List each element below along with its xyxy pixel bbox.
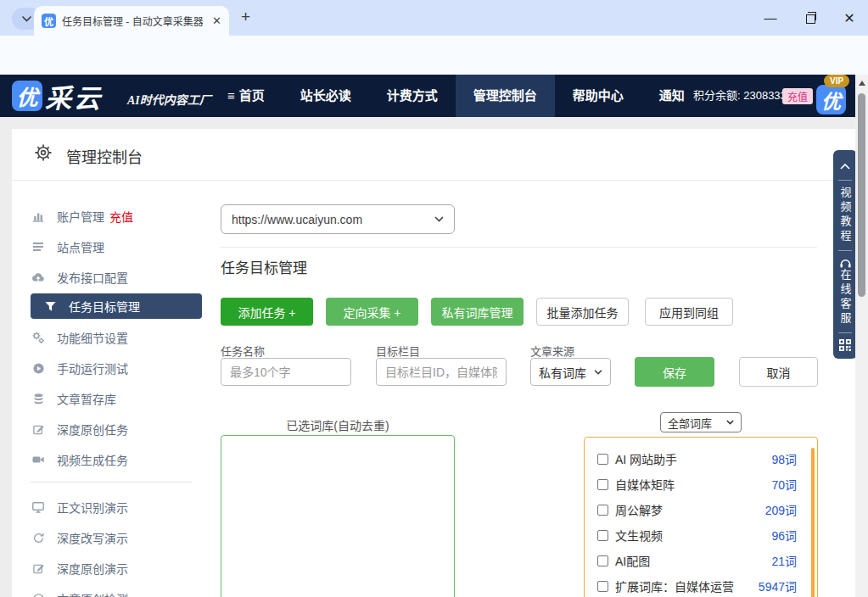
sidebar-item-original-demo[interactable]: 深度原创演示 xyxy=(31,555,192,581)
lexicon-filter-select[interactable]: 全部词库 xyxy=(660,412,742,432)
site-tagline: AI时代内容工厂 xyxy=(127,91,211,108)
chevron-down-icon xyxy=(594,370,602,375)
site-favicon: 优 xyxy=(42,14,56,28)
library-checkbox[interactable] xyxy=(597,530,608,541)
sidebar-item-article-cache[interactable]: 文章暂存库 xyxy=(31,386,192,411)
recharge-badge[interactable]: 充值 xyxy=(782,88,813,104)
sidebar-item-publish-api[interactable]: 发布接口配置 xyxy=(31,265,192,290)
new-tab-button[interactable]: + xyxy=(241,8,250,26)
library-row[interactable]: AI配图 21词 xyxy=(585,548,817,573)
sidebar-item-manual-test[interactable]: 手动运行测试 xyxy=(31,355,192,381)
library-row[interactable]: 自媒体矩阵 70词 xyxy=(585,471,817,497)
sidebar-recharge-link[interactable]: 充值 xyxy=(109,208,133,225)
selected-lexicon-box[interactable] xyxy=(221,435,455,597)
chevron-down-icon xyxy=(434,216,444,222)
sidebar-divider xyxy=(31,482,192,483)
add-task-button[interactable]: 添加任务 + xyxy=(221,298,313,326)
list-icon xyxy=(31,240,46,254)
library-row[interactable]: 周公解梦 209词 xyxy=(585,497,817,522)
sidebar-item-account[interactable]: 账户管理 充值 xyxy=(31,204,192,229)
video-tutorial-button[interactable]: 视频教程 xyxy=(840,187,851,244)
target-column-input[interactable] xyxy=(376,358,507,386)
site-logo-text[interactable]: 采云 xyxy=(45,77,103,115)
private-lexicon-button[interactable]: 私有词库管理 xyxy=(431,298,524,326)
database-icon xyxy=(31,393,46,405)
gears-icon xyxy=(31,331,46,344)
chevron-down-icon xyxy=(726,420,734,425)
targeted-collect-button[interactable]: 定向采集 + xyxy=(326,298,418,326)
page-scrollbar[interactable] xyxy=(855,75,868,597)
sidebar-item-body-recognition-demo[interactable]: 正文识别演示 xyxy=(31,494,192,520)
window-minimize-button[interactable]: — xyxy=(758,10,783,25)
headset-icon xyxy=(839,257,852,269)
nav-menu: ≡首页 站长必读 计费方式 管理控制台 帮助中心 通知 xyxy=(210,75,703,117)
play-icon xyxy=(31,362,46,375)
batch-add-button[interactable]: 批量添加任务 xyxy=(536,298,629,326)
site-select[interactable]: https://www.ucaiyun.com xyxy=(221,204,455,234)
sidebar-item-originality-check[interactable]: 文章原创检测 xyxy=(31,586,192,597)
sidebar-item-task-targets[interactable]: 任务目标管理 xyxy=(31,293,202,319)
user-avatar[interactable]: 优 xyxy=(816,85,846,114)
sidebar-item-sites[interactable]: 站点管理 xyxy=(31,234,192,259)
scroll-top-button[interactable] xyxy=(840,156,850,174)
window-close-button[interactable]: ✕ xyxy=(837,10,862,26)
widget-divider xyxy=(838,180,852,181)
sidebar-item-deep-original-task[interactable]: 深度原创任务 xyxy=(31,416,192,442)
nav-item-console[interactable]: 管理控制台 xyxy=(456,75,555,117)
gear-icon xyxy=(34,143,53,162)
library-checkbox[interactable] xyxy=(597,454,608,465)
browser-titlebar: 优 任务目标管理 - 自动文章采集器 ✕ + — ✕ xyxy=(0,0,868,36)
article-source-select[interactable]: 私有词库 xyxy=(530,358,611,386)
cancel-button[interactable]: 取消 xyxy=(739,357,818,387)
content-card: 管理控制台 账户管理 充值 站点管理 发布接口配置 任务目标管理 功能细节设置 … xyxy=(12,129,855,597)
library-checkbox[interactable] xyxy=(597,581,608,592)
browser-tab[interactable]: 优 任务目标管理 - 自动文章采集器 ✕ xyxy=(34,6,229,36)
apply-to-group-button[interactable]: 应用到同组 xyxy=(645,298,733,326)
restore-icon xyxy=(806,14,815,24)
window-restore-button[interactable] xyxy=(798,10,823,25)
online-service-button[interactable]: 在线客服 xyxy=(840,269,851,326)
widget-divider xyxy=(838,250,852,251)
list-scrollbar-thumb[interactable] xyxy=(811,448,815,597)
tab-close-icon[interactable]: ✕ xyxy=(212,14,221,27)
library-row[interactable]: AI 网站助手 98词 xyxy=(585,446,817,471)
library-row[interactable]: 扩展词库：自媒体运营 5947词 xyxy=(585,573,817,597)
scroll-up-icon[interactable] xyxy=(859,81,865,86)
vip-badge: VIP xyxy=(824,75,849,87)
chart-icon xyxy=(31,209,46,223)
circle-icon xyxy=(31,593,46,597)
sidebar-item-rewrite-demo[interactable]: 深度改写演示 xyxy=(31,525,192,550)
chevron-up-icon xyxy=(840,163,850,170)
save-button[interactable]: 保存 xyxy=(635,357,714,387)
lexicon-list-box: AI 网站助手 98词 自媒体矩阵 70词 周公解梦 209词 文生视频 96词… xyxy=(584,437,818,597)
qr-code-icon[interactable] xyxy=(839,339,851,351)
sidebar-item-feature-settings[interactable]: 功能细节设置 xyxy=(31,325,192,350)
library-checkbox[interactable] xyxy=(597,479,608,490)
edit-icon xyxy=(31,423,46,436)
header-divider xyxy=(12,180,855,181)
page-title: 管理控制台 xyxy=(66,145,143,167)
floating-helper-widget: 视频教程 在线客服 xyxy=(833,150,857,359)
article-source-label: 文章来源 xyxy=(530,343,574,359)
selected-lexicon-label: 已选词库(自动去重) xyxy=(221,416,455,433)
nav-item-home[interactable]: ≡首页 xyxy=(210,75,283,117)
task-name-label: 任务名称 xyxy=(221,343,265,359)
library-row[interactable]: 文生视频 96词 xyxy=(585,522,817,548)
points-balance: 积分余额: 2308333 xyxy=(693,75,787,117)
edit-icon xyxy=(31,562,46,575)
library-checkbox[interactable] xyxy=(597,555,608,566)
section-title: 任务目标管理 xyxy=(221,256,307,277)
monitor-icon xyxy=(31,500,46,514)
site-logo[interactable]: 优 xyxy=(12,81,42,111)
widget-divider xyxy=(838,332,852,333)
browser-toolbar: ← → ⟳ ucaiyun.com/caiji/category/ ☆ 井 ⋮ xyxy=(0,36,868,75)
task-name-input[interactable] xyxy=(221,358,351,386)
site-navbar: 优 采云 AI时代内容工厂 ≡首页 站长必读 计费方式 管理控制台 帮助中心 通… xyxy=(0,75,868,117)
nav-item-pricing[interactable]: 计费方式 xyxy=(369,75,456,117)
library-checkbox[interactable] xyxy=(597,505,608,516)
nav-item-must-read[interactable]: 站长必读 xyxy=(283,75,369,117)
sidebar-item-video-task[interactable]: 视频生成任务 xyxy=(31,447,192,472)
funnel-icon xyxy=(42,300,58,313)
scrollbar-thumb[interactable] xyxy=(858,93,865,297)
nav-item-help[interactable]: 帮助中心 xyxy=(555,75,641,117)
